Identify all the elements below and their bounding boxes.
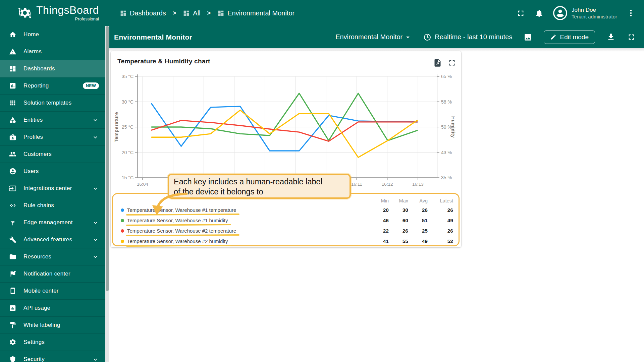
sidebar-item-edge-management[interactable]: Edge management bbox=[0, 214, 105, 231]
paint-icon bbox=[9, 321, 16, 329]
svg-text:35 °C: 35 °C bbox=[122, 74, 133, 79]
timewindow-button[interactable]: Realtime - last 10 minutes bbox=[423, 33, 512, 41]
sidebar-item-api-usage[interactable]: API usage bbox=[0, 300, 105, 317]
sidebar: Home Alarms Dashboards Reporting NEW Sol… bbox=[0, 26, 105, 362]
integration-icon bbox=[9, 185, 16, 192]
notifications-button[interactable] bbox=[535, 9, 544, 18]
sidebar-item-users[interactable]: Users bbox=[0, 163, 105, 180]
breadcrumb-label: Environmental Monitor bbox=[227, 9, 294, 17]
person-circle-icon bbox=[9, 168, 16, 175]
toolbar-fullscreen-button[interactable] bbox=[627, 33, 636, 42]
legend-column-min: Min bbox=[369, 198, 389, 203]
sidebar-item-profiles[interactable]: Profiles bbox=[0, 129, 105, 146]
sidebar-item-alarms[interactable]: Alarms bbox=[0, 43, 105, 60]
shield-icon bbox=[9, 356, 16, 362]
breadcrumb-all[interactable]: All bbox=[183, 9, 200, 17]
sidebar-item-dashboards[interactable]: Dashboards bbox=[0, 60, 105, 77]
legend-column-max: Max bbox=[389, 198, 408, 203]
people-icon bbox=[9, 150, 16, 158]
widget-title: Temperature & Humidity chart bbox=[117, 58, 454, 65]
sidebar-scrollbar[interactable] bbox=[105, 26, 109, 362]
svg-text:50 %: 50 % bbox=[441, 124, 452, 130]
sidebar-item-reporting[interactable]: Reporting NEW bbox=[0, 77, 105, 95]
sidebar-item-integrations-center[interactable]: Integrations center bbox=[0, 180, 105, 197]
legend-avg-value: 26 bbox=[408, 207, 428, 213]
dashboard-icon bbox=[9, 65, 16, 72]
download-icon bbox=[606, 33, 615, 42]
legend-min-value: 20 bbox=[369, 207, 389, 213]
badge-icon bbox=[9, 133, 16, 141]
svg-text:25 °C: 25 °C bbox=[122, 124, 133, 130]
dashboard-icon bbox=[217, 10, 224, 17]
image-icon bbox=[524, 33, 532, 42]
svg-text:16:11: 16:11 bbox=[351, 182, 362, 187]
legend-max-value: 55 bbox=[389, 238, 408, 244]
sidebar-item-customers[interactable]: Customers bbox=[0, 146, 105, 163]
download-button[interactable] bbox=[606, 33, 615, 42]
svg-text:16:04: 16:04 bbox=[137, 182, 148, 187]
scrollbar-thumb[interactable] bbox=[106, 26, 109, 291]
sidebar-item-entities[interactable]: Entities bbox=[0, 112, 105, 129]
thingsboard-logo[interactable]: ThingsBoard Professional bbox=[0, 5, 105, 21]
sidebar-item-notification-center[interactable]: Notification center bbox=[0, 265, 105, 283]
annotation-text-line2: of the device it belongs to bbox=[174, 187, 345, 197]
widget-export-button[interactable] bbox=[433, 58, 442, 67]
dashboard-image-button[interactable] bbox=[524, 33, 532, 42]
legend-latest-value: 26 bbox=[428, 207, 453, 213]
folder-icon bbox=[9, 253, 16, 260]
dashboard-icon bbox=[183, 10, 190, 17]
user-role: Tenant administrator bbox=[572, 14, 617, 20]
sidebar-item-advanced-features[interactable]: Advanced features bbox=[0, 231, 105, 248]
series-color-dot bbox=[121, 208, 124, 212]
sidebar-item-solution-templates[interactable]: Solution templates bbox=[0, 95, 105, 112]
series-color-dot bbox=[121, 240, 124, 243]
legend-latest-value: 26 bbox=[428, 228, 453, 234]
chevron-down-icon bbox=[92, 236, 99, 243]
sidebar-item-security[interactable]: Security bbox=[0, 351, 105, 362]
legend-avg-value: 51 bbox=[408, 218, 428, 224]
legend-series-label[interactable]: Temperature Sensor, Warehouse #2 humidit… bbox=[127, 238, 228, 244]
gear-icon bbox=[9, 339, 16, 346]
svg-text:43 %: 43 % bbox=[441, 150, 452, 155]
legend-min-value: 46 bbox=[369, 218, 389, 224]
sidebar-item-settings[interactable]: Settings bbox=[0, 334, 105, 351]
home-icon bbox=[9, 31, 16, 38]
widget-card: Temperature & Humidity chart 35 °C65 %30… bbox=[111, 51, 461, 247]
legend-max-value: 30 bbox=[389, 207, 408, 213]
phone-icon bbox=[9, 287, 16, 295]
sidebar-item-resources[interactable]: Resources bbox=[0, 248, 105, 265]
edit-mode-button[interactable]: Edit mode bbox=[544, 31, 595, 44]
svg-text:35 %: 35 % bbox=[441, 175, 452, 180]
bell-icon bbox=[535, 9, 544, 18]
sidebar-item-white-labeling[interactable]: White labeling bbox=[0, 317, 105, 334]
app-header: ThingsBoard Professional Dashboards > Al… bbox=[0, 0, 644, 26]
header-fullscreen-button[interactable] bbox=[516, 9, 525, 18]
legend-latest-value: 49 bbox=[428, 218, 453, 224]
sidebar-item-rule-chains[interactable]: Rule chains bbox=[0, 197, 105, 214]
new-badge: NEW bbox=[83, 82, 99, 89]
legend-series-label[interactable]: Temperature Sensor, Warehouse #2 tempera… bbox=[127, 228, 236, 234]
caret-down-icon bbox=[404, 33, 412, 41]
svg-text:65 %: 65 % bbox=[441, 74, 452, 79]
sidebar-item-mobile-center[interactable]: Mobile center bbox=[0, 283, 105, 300]
user-menu[interactable]: John Doe Tenant administrator bbox=[553, 6, 617, 20]
widget-fullscreen-button[interactable] bbox=[447, 58, 457, 67]
page-title: Environmental Monitor bbox=[114, 33, 192, 41]
file-export-icon bbox=[433, 58, 442, 67]
breadcrumb-label: Dashboards bbox=[130, 9, 166, 17]
svg-text:Temperature: Temperature bbox=[114, 112, 119, 142]
sidebar-item-home[interactable]: Home bbox=[0, 26, 105, 43]
breadcrumb-dashboards[interactable]: Dashboards bbox=[120, 9, 166, 17]
breadcrumb: Dashboards > All > Environmental Monitor bbox=[120, 9, 294, 17]
chevron-down-icon bbox=[92, 134, 99, 141]
pencil-icon bbox=[550, 34, 556, 40]
legend-min-value: 22 bbox=[369, 228, 389, 234]
user-name: John Doe bbox=[572, 6, 617, 14]
legend-row[interactable]: Temperature Sensor, Warehouse #2 humidit… bbox=[118, 236, 453, 246]
chart-box-icon bbox=[9, 304, 16, 312]
header-kebab-menu-button[interactable] bbox=[627, 9, 635, 17]
dashboard-select[interactable]: Environmental Monitor bbox=[335, 33, 412, 41]
legend-row[interactable]: Temperature Sensor, Warehouse #2 tempera… bbox=[118, 226, 453, 236]
legend-series-label[interactable]: Temperature Sensor, Warehouse #1 humidit… bbox=[127, 218, 228, 224]
breadcrumb-environmental-monitor[interactable]: Environmental Monitor bbox=[217, 9, 294, 17]
